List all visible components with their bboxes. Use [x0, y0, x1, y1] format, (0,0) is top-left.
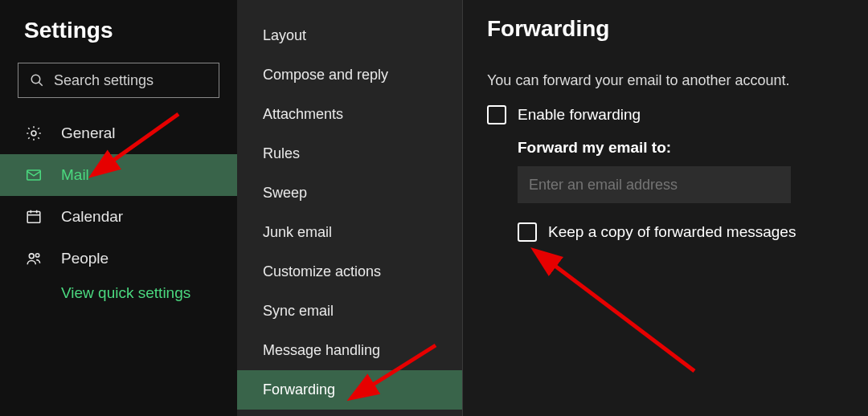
svg-point-11	[29, 254, 34, 259]
subnav-sweep[interactable]: Sweep	[237, 173, 462, 213]
panel-description: You can forward your email to another ac…	[487, 72, 844, 89]
subnav-layout[interactable]: Layout	[237, 16, 462, 55]
sidebar-item-label: Calendar	[61, 208, 123, 226]
subnav-forwarding[interactable]: Forwarding	[237, 370, 462, 410]
gear-icon	[24, 124, 43, 142]
sidebar-item-mail[interactable]: Mail	[0, 154, 237, 196]
mail-icon	[24, 166, 43, 184]
forward-to-section: Forward my email to: Keep a copy of forw…	[518, 139, 844, 242]
svg-line-1	[39, 82, 43, 86]
enable-forwarding-checkbox[interactable]	[487, 105, 506, 124]
forward-to-label: Forward my email to:	[518, 139, 844, 157]
page-title: Settings	[0, 18, 237, 43]
panel-title: Forwarding	[487, 16, 844, 42]
subnav-junk[interactable]: Junk email	[237, 213, 462, 252]
calendar-icon	[24, 208, 43, 226]
subnav-rules[interactable]: Rules	[237, 134, 462, 173]
svg-rect-4	[27, 212, 40, 223]
subnav-customize[interactable]: Customize actions	[237, 252, 462, 292]
forwarding-panel: Forwarding You can forward your email to…	[462, 0, 868, 416]
svg-point-12	[35, 254, 39, 257]
enable-forwarding-label: Enable forwarding	[518, 106, 641, 124]
sidebar-item-general[interactable]: General	[0, 112, 237, 154]
mail-subnav: Layout Compose and reply Attachments Rul…	[237, 0, 462, 416]
sidebar-item-calendar[interactable]: Calendar	[0, 196, 237, 238]
keep-copy-checkbox[interactable]	[518, 222, 537, 242]
search-placeholder: Search settings	[54, 72, 154, 89]
sidebar-item-label: General	[61, 124, 116, 142]
svg-point-0	[31, 75, 40, 84]
subnav-message-handling[interactable]: Message handling	[237, 331, 462, 370]
subnav-sync[interactable]: Sync email	[237, 292, 462, 331]
sidebar-item-label: Mail	[61, 166, 89, 184]
settings-sidebar: Settings Search settings General	[0, 0, 237, 416]
enable-forwarding-row: Enable forwarding	[487, 105, 844, 124]
svg-point-2	[31, 131, 36, 136]
sidebar-item-label: People	[61, 250, 108, 267]
forward-email-input[interactable]	[518, 166, 791, 203]
keep-copy-label: Keep a copy of forwarded messages	[548, 223, 796, 241]
keep-copy-row: Keep a copy of forwarded messages	[518, 222, 844, 242]
subnav-attachments[interactable]: Attachments	[237, 95, 462, 134]
search-icon	[30, 73, 44, 88]
view-quick-settings-link[interactable]: View quick settings	[0, 284, 237, 302]
sidebar-item-people[interactable]: People	[0, 238, 237, 279]
search-settings-input[interactable]: Search settings	[18, 63, 219, 98]
people-icon	[24, 250, 43, 267]
settings-category-list: General Mail	[0, 112, 237, 279]
subnav-compose[interactable]: Compose and reply	[237, 55, 462, 95]
